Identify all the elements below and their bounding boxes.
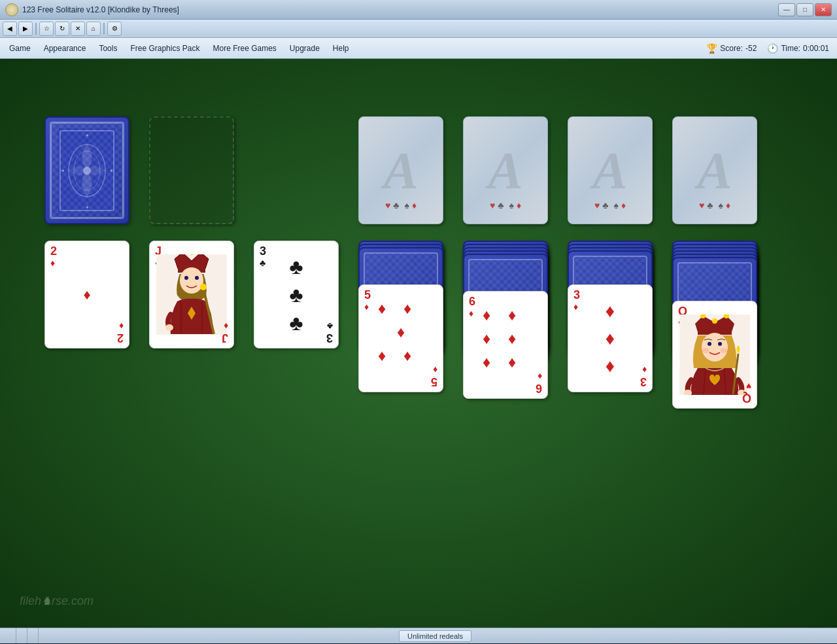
svg-point-4 — [83, 167, 91, 175]
stock-card-inner: ✦ ✦ ✦ ✦ — [51, 123, 123, 218]
foundation-4-label: A — [697, 141, 732, 200]
tableau-3-card-1[interactable]: 3 ♣ ♣ ♣ ♣ 3 ♣ — [254, 241, 339, 348]
minimize-button[interactable]: — — [778, 3, 795, 16]
menu-appearance[interactable]: Appearance — [37, 41, 93, 56]
heart-suit-4: ♥ — [699, 200, 704, 211]
svg-text:✦: ✦ — [109, 168, 114, 174]
svg-point-30 — [702, 348, 709, 353]
window-title: 123 Free Solitaire v12.0 [Klondike by Th… — [22, 5, 179, 14]
score-value: -52 — [745, 44, 757, 53]
tableau-7-top[interactable]: Q ♥ — [672, 301, 757, 409]
menu-help[interactable]: Help — [326, 41, 356, 56]
foundation-1-label: A — [383, 141, 418, 200]
foundation-3[interactable]: A ♥ ♣ ♠ ♦ — [568, 116, 653, 224]
status-section-1 — [5, 628, 16, 643]
three-d-rank-br: 3 — [640, 376, 647, 388]
toolbar-forward-btn[interactable]: ▶ — [18, 22, 33, 36]
five-d-suit-tl: ♦ — [364, 302, 369, 311]
spade-suit-3: ♠ — [613, 200, 618, 211]
spade-suit-4: ♠ — [718, 200, 723, 211]
score-label: Score: — [720, 44, 743, 53]
menu-free-graphics[interactable]: Free Graphics Pack — [124, 41, 206, 56]
time-value: 0:00:01 — [803, 44, 829, 53]
score-display: 🏆 Score: -52 — [706, 43, 757, 54]
foundation-1[interactable]: A ♥ ♣ ♠ ♦ — [358, 116, 443, 224]
tableau-6-top[interactable]: 3 ♦ ♦ ♦ ♦ 3 ♦ — [568, 284, 653, 392]
toolbar-stop-btn[interactable]: ✕ — [71, 22, 85, 36]
svg-text:✦: ✦ — [85, 205, 90, 211]
three-clubs-pips: ♣ ♣ ♣ — [290, 254, 303, 335]
close-button[interactable]: ✕ — [815, 3, 832, 16]
pip-1: ♦ — [83, 286, 90, 303]
queen-h-suit-br: ♥ — [746, 382, 751, 391]
svg-point-31 — [720, 348, 728, 353]
club-suit-3: ♣ — [602, 200, 608, 211]
toolbar-refresh-btn[interactable]: ↻ — [55, 22, 69, 36]
queen-svg — [679, 314, 750, 395]
svg-point-19 — [200, 284, 207, 290]
foundation-1-suits: ♥ ♣ ♠ ♦ — [385, 200, 417, 211]
foundation-4-suits: ♥ ♣ ♠ ♦ — [699, 200, 730, 211]
unlimited-redeals: Unlimited redeals — [399, 630, 471, 642]
foundation-2[interactable]: A ♥ ♣ ♠ ♦ — [463, 116, 548, 224]
tableau-2-card-1[interactable]: J ♦ — [149, 241, 234, 348]
six-d-rank-br: 6 — [536, 382, 542, 394]
status-right: 🏆 Score: -52 🕐 Time: 0:00:01 — [706, 43, 834, 54]
heart-suit-2: ♥ — [490, 200, 495, 211]
three-clubs-rank-br: 3 — [326, 332, 333, 344]
heart-suit-3: ♥ — [594, 200, 600, 211]
three-clubs-rank-tl: 3 — [260, 245, 266, 257]
status-bar: Unlimited redeals — [0, 628, 837, 643]
toolbar-sep1 — [35, 23, 37, 35]
card-rank-2d-br: 2 — [117, 332, 124, 344]
pip-clubs-2: ♣ — [290, 282, 303, 307]
diamond-suit-f2: ♦ — [517, 200, 521, 211]
tableau-5-top[interactable]: 6 ♦ ♦ ♦ ♦ ♦ ♦ ♦ 6 ♦ — [463, 291, 548, 399]
toolbar-star-btn[interactable]: ☆ — [39, 22, 54, 36]
svg-text:✦: ✦ — [61, 168, 65, 174]
menu-upgrade[interactable]: Upgrade — [283, 41, 326, 56]
tableau-4-top[interactable]: 5 ♦ ♦ ♦ ♦ ♦ ♦ 5 ♦ — [358, 284, 443, 392]
jack-svg — [156, 254, 227, 335]
foundation-4[interactable]: A ♥ ♣ ♠ ♦ — [672, 116, 757, 224]
waste-pile[interactable] — [149, 116, 234, 224]
toolbar-sep2 — [103, 23, 105, 35]
svg-text:✦: ✦ — [85, 133, 90, 139]
three-clubs-suit-br: ♣ — [327, 322, 333, 331]
svg-point-3 — [74, 151, 100, 190]
title-bar-left: 123 Free Solitaire v12.0 [Klondike by Th… — [5, 3, 179, 16]
status-section-2 — [16, 628, 27, 643]
toolbar-back-btn[interactable]: ◀ — [3, 22, 17, 36]
window-controls: — □ ✕ — [778, 3, 832, 16]
menu-more-games[interactable]: More Free Games — [206, 41, 282, 56]
tableau-1-card-1[interactable]: 2 ♦ ♦ 2 ♦ — [44, 241, 129, 348]
six-d-suit-br: ♦ — [538, 372, 542, 381]
svg-point-17 — [195, 276, 199, 280]
menu-game[interactable]: Game — [3, 41, 37, 56]
diamond-suit-f4: ♦ — [726, 200, 730, 211]
six-d-pips: ♦ ♦ ♦ ♦ ♦ ♦ — [483, 306, 528, 371]
jack-rank-br: J — [222, 332, 228, 344]
five-d-rank-tl: 5 — [364, 289, 371, 301]
watermark: fileh♞rse.com — [20, 594, 94, 608]
toolbar-settings-btn[interactable]: ⚙ — [107, 22, 122, 36]
stock-pile[interactable]: ✦ ✦ ✦ ✦ — [44, 116, 129, 224]
five-d-pips: ♦ ♦ ♦ ♦ ♦ — [378, 299, 424, 365]
score-icon: 🏆 — [706, 43, 717, 54]
game-area[interactable]: ✦ ✦ ✦ ✦ A ♥ ♣ ♠ ♦ A ♥ ♣ ♠ ♦ A — [0, 59, 837, 628]
maximize-button[interactable]: □ — [796, 3, 813, 16]
foundation-2-label: A — [488, 141, 522, 200]
title-bar: 123 Free Solitaire v12.0 [Klondike by Th… — [0, 0, 837, 20]
card-suit-2d-tl: ♦ — [50, 258, 55, 267]
five-d-suit-br: ♦ — [433, 365, 437, 375]
menu-tools[interactable]: Tools — [92, 41, 124, 56]
three-d-rank-tl: 3 — [573, 289, 580, 301]
toolbar-home-btn[interactable]: ⌂ — [86, 22, 101, 36]
clock-icon: 🕐 — [767, 43, 778, 54]
svg-point-27 — [702, 333, 728, 362]
svg-point-21 — [165, 324, 173, 331]
heart-suit: ♥ — [385, 200, 390, 211]
queen-h-art — [679, 314, 750, 395]
spade-suit: ♠ — [404, 200, 409, 211]
svg-rect-0 — [58, 128, 116, 213]
